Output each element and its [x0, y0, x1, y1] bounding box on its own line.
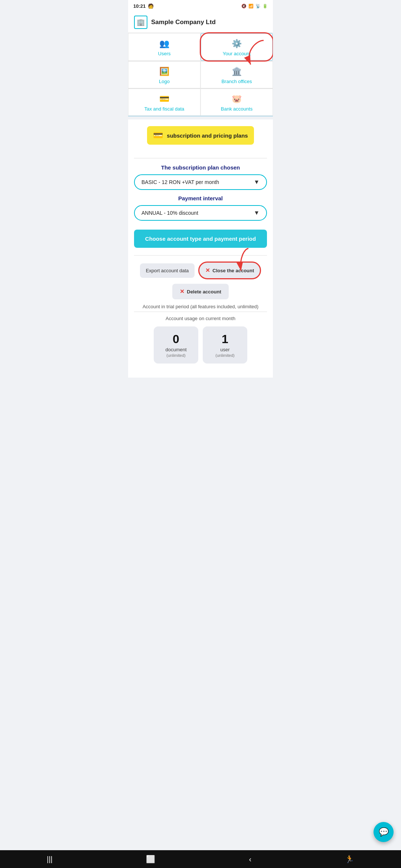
- status-time: 10:21 🧑: [133, 3, 154, 9]
- chevron-down-icon: ▼: [254, 179, 260, 185]
- app-header: 🏢 Sample Company Ltd: [128, 12, 273, 33]
- tab-logo[interactable]: 🖼️ Logo: [128, 61, 200, 88]
- payment-interval-dropdown[interactable]: ANNUAL - 10% discount ▼: [134, 205, 267, 221]
- divider-3: [134, 312, 267, 312]
- battery-icon: 🔋: [263, 4, 268, 9]
- choose-account-button[interactable]: Choose account type and payment period: [134, 230, 267, 248]
- delete-section: ✕ Delete account: [134, 284, 267, 304]
- status-icons: 🔇 📶 📡 🔋: [241, 4, 268, 9]
- trial-text: Account in trial period (all features in…: [134, 304, 267, 309]
- subscription-banner-text: subscription and pricing plans: [167, 132, 248, 139]
- logo-icon: 🖼️: [159, 67, 169, 76]
- divider-2: [134, 255, 267, 256]
- tax-icon: 💳: [159, 94, 169, 104]
- tab-bank-label: Bank accounts: [221, 106, 252, 112]
- main-content: 💳 subscription and pricing plans The sub…: [128, 119, 273, 378]
- user-sub: (unlimited): [215, 353, 234, 358]
- nav-tabs-top: 👥 Users ⚙️ Your account: [128, 33, 273, 61]
- nav-tabs-bottom: 💳 Tax and fiscal data 🐷 Bank accounts: [128, 89, 273, 116]
- person-icon: 🧑: [148, 3, 154, 9]
- stat-card-users: 1 user (unlimited): [203, 326, 247, 364]
- divider-1: [134, 158, 267, 158]
- tab-bank-accounts[interactable]: 🐷 Bank accounts: [200, 89, 273, 116]
- user-label: user: [220, 347, 229, 352]
- payment-interval-label: Payment interval: [134, 195, 267, 201]
- user-count: 1: [222, 332, 228, 346]
- company-icon: 🏢: [134, 16, 147, 29]
- delete-account-button[interactable]: ✕ Delete account: [172, 284, 228, 299]
- tab-branch-label: Branch offices: [221, 79, 252, 84]
- tab-tax-fiscal[interactable]: 💳 Tax and fiscal data: [128, 89, 200, 116]
- stat-card-documents: 0 document (unlimited): [154, 326, 198, 364]
- tab-tax-label: Tax and fiscal data: [144, 106, 185, 112]
- subscription-plan-value: BASIC - 12 RON +VAT per month: [141, 179, 219, 185]
- users-icon: 👥: [159, 39, 169, 49]
- payment-interval-value: ANNUAL - 10% discount: [141, 210, 198, 216]
- tab-logo-label: Logo: [159, 79, 170, 84]
- action-section: Export account data ✕ Close the account: [134, 262, 267, 279]
- document-sub: (unlimited): [166, 353, 185, 358]
- silent-icon: 🔇: [241, 4, 247, 9]
- nav-tabs-middle: 🖼️ Logo 🏛️ Branch offices: [128, 61, 273, 89]
- bank-icon: 🐷: [232, 94, 242, 104]
- account-gear-icon: ⚙️: [232, 39, 242, 49]
- close-account-label: Close the account: [212, 268, 254, 273]
- wifi-icon: 📶: [248, 4, 254, 9]
- company-name: Sample Company Ltd: [151, 19, 216, 26]
- tab-your-account[interactable]: ⚙️ Your account: [200, 33, 273, 61]
- document-count: 0: [173, 332, 179, 346]
- x-close-icon: ✕: [205, 267, 210, 274]
- export-account-button[interactable]: Export account data: [140, 263, 195, 278]
- close-account-button[interactable]: ✕ Close the account: [198, 262, 261, 279]
- document-label: document: [165, 347, 186, 352]
- signal-icon: 📡: [255, 4, 261, 9]
- subscription-banner[interactable]: 💳 subscription and pricing plans: [147, 126, 254, 145]
- subscription-plan-dropdown[interactable]: BASIC - 12 RON +VAT per month ▼: [134, 174, 267, 190]
- x-delete-icon: ✕: [180, 288, 185, 295]
- branch-icon: 🏛️: [232, 67, 242, 76]
- stats-row: 0 document (unlimited) 1 user (unlimited…: [134, 326, 267, 364]
- time-display: 10:21: [133, 3, 146, 9]
- delete-account-label: Delete account: [187, 289, 221, 295]
- subscription-plan-label: The subscription plan chosen: [134, 164, 267, 171]
- action-row: Export account data ✕ Close the account: [134, 262, 267, 279]
- tab-your-account-label: Your account: [223, 51, 251, 56]
- usage-title: Account usage on current month: [134, 316, 267, 321]
- tab-branch-offices[interactable]: 🏛️ Branch offices: [200, 61, 273, 88]
- chevron-down-icon-2: ▼: [254, 210, 260, 216]
- tab-users-label: Users: [158, 51, 171, 56]
- tab-users[interactable]: 👥 Users: [128, 33, 200, 61]
- status-bar: 10:21 🧑 🔇 📶 📡 🔋: [128, 0, 273, 12]
- subscription-icon: 💳: [153, 131, 163, 140]
